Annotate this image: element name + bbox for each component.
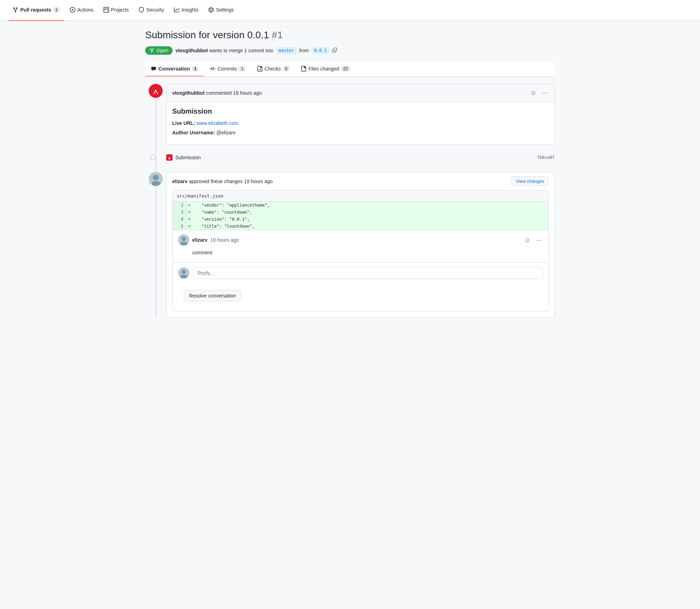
pull-requests-icon	[13, 7, 18, 13]
vtex-avatar	[149, 84, 163, 98]
tab-files-changed-label: Files changed	[308, 66, 339, 72]
tabs-bar: Conversation 1 Commits 1 Checks 0 Files …	[145, 62, 555, 77]
inline-commenter-name: elizarv 19 hours ago	[192, 237, 239, 243]
inline-comment-text: comment	[178, 248, 543, 258]
inline-comment-header: elizarv 19 hours ago ☺ ···	[178, 234, 543, 246]
live-url-link[interactable]: www.elizabeth.com	[196, 120, 238, 126]
svg-point-9	[182, 237, 186, 241]
comment-header: vtexgithubbot commented 19 hours ago ☺ ·…	[167, 84, 554, 102]
pr-number: #1	[272, 29, 283, 40]
checks-icon	[257, 66, 262, 72]
open-icon	[149, 48, 154, 53]
commit-row: Submission fb8ce0f	[166, 150, 555, 165]
security-label: Security	[146, 7, 164, 13]
first-comment: vtexgithubbot commented 19 hours ago ☺ ·…	[166, 84, 555, 145]
copy-branch-icon[interactable]	[332, 48, 337, 54]
comment-header-info: vtexgithubbot commented 19 hours ago	[172, 90, 262, 96]
vtex-small-logo	[167, 156, 171, 159]
nav-security[interactable]: Security	[134, 0, 168, 21]
approver-name: elizarv	[172, 179, 188, 184]
more-options-button[interactable]: ···	[541, 88, 549, 98]
timeline: vtexgithubbot commented 19 hours ago ☺ ·…	[145, 84, 555, 317]
reply-input[interactable]	[193, 267, 543, 279]
pr-meta-author: vtexgithubbot wants to merge 1 commit in…	[175, 48, 273, 53]
emoji-button[interactable]: ☺	[529, 88, 538, 98]
resolve-conversation-button[interactable]: Resolve conversation	[184, 290, 241, 301]
top-nav: Pull requests 1 Actions Projects Securit…	[0, 0, 700, 21]
insights-label: Insights	[182, 7, 198, 13]
nav-actions[interactable]: Actions	[66, 0, 98, 21]
open-badge: Open	[145, 46, 173, 55]
inline-user-avatar	[178, 234, 189, 246]
line-num-5: 5	[173, 223, 187, 230]
projects-icon	[103, 7, 109, 13]
nav-pull-requests[interactable]: Pull requests 1	[8, 0, 64, 21]
pr-title: Submission for version 0.0.1 #1	[145, 29, 555, 41]
line-num-2: 2	[173, 202, 187, 209]
tab-conversation[interactable]: Conversation 1	[145, 62, 204, 76]
code-line-2: 2 + "vendor": "appliancetheme",	[173, 202, 548, 209]
security-icon	[139, 7, 144, 13]
timeline-line	[156, 84, 156, 317]
line-content-3: "name": "countdown",	[194, 209, 255, 216]
comment-timestamp: commented 19 hours ago	[206, 90, 262, 96]
approval-timestamp: 19 hours ago	[244, 179, 273, 184]
approver-avatar: ✓	[149, 172, 163, 186]
commit-left: Submission	[166, 154, 201, 161]
pull-requests-badge: 1	[53, 7, 60, 13]
code-line-4: 4 + "version": "0.0.1",	[173, 216, 548, 223]
tab-checks[interactable]: Checks 0	[251, 62, 295, 76]
approval-content: elizarv approved these changes 19 hours …	[166, 172, 555, 317]
nav-settings[interactable]: Settings	[204, 0, 238, 21]
inline-comment: elizarv 19 hours ago ☺ ··· comment	[173, 230, 548, 262]
plus-3: +	[187, 209, 194, 216]
projects-label: Projects	[111, 7, 129, 13]
code-line-3: 3 + "name": "countdown",	[173, 209, 548, 216]
reply-box	[173, 262, 548, 283]
plus-5: +	[187, 223, 194, 230]
comment-live-url: Live URL: www.elizabeth.com	[172, 120, 549, 127]
diff-file-header: src/manifest.json	[173, 190, 548, 202]
main-content: Submission for version 0.0.1 #1 Open vte…	[140, 21, 560, 332]
plus-4: +	[187, 216, 194, 223]
inline-emoji-button[interactable]: ☺	[523, 235, 532, 245]
commit-label: Submission	[175, 155, 201, 160]
inline-comment-time: 19 hours ago	[210, 237, 239, 243]
code-lines: 2 + "vendor": "appliancetheme", 3 + "nam…	[173, 202, 548, 230]
tab-checks-count: 0	[283, 66, 290, 72]
approval-text: elizarv approved these changes 19 hours …	[172, 179, 272, 184]
pr-meta-from: from	[299, 48, 309, 53]
line-content-2: "vendor": "appliancetheme",	[194, 202, 273, 209]
tab-files-changed[interactable]: Files changed 22	[295, 62, 356, 76]
tab-commits[interactable]: Commits 1	[204, 62, 251, 76]
actions-label: Actions	[78, 7, 94, 13]
nav-projects[interactable]: Projects	[99, 0, 133, 21]
inline-comment-left: elizarv 19 hours ago	[178, 234, 239, 246]
insights-icon	[174, 7, 180, 13]
commit-hash[interactable]: fb8ce0f	[537, 155, 555, 160]
comment-author: vtexgithubbot	[172, 90, 205, 96]
nav-insights[interactable]: Insights	[170, 0, 203, 21]
pr-meta: Open vtexgithubbot wants to merge 1 comm…	[145, 46, 555, 55]
approval-block: ✓ elizarv approved these changes 19 hour…	[166, 172, 555, 317]
line-num-3: 3	[173, 209, 187, 216]
code-line-5: 5 + "title": "Countdown",	[173, 223, 548, 230]
approval-action: approved these changes	[189, 179, 244, 184]
conversation-icon	[151, 66, 156, 72]
tab-conversation-count: 1	[192, 66, 198, 72]
commit-dot	[150, 155, 156, 160]
actions-icon	[70, 7, 75, 13]
svg-point-6	[153, 175, 159, 180]
view-changes-button[interactable]: View changes	[511, 176, 549, 186]
resolve-area: Resolve conversation	[173, 283, 548, 311]
approval-header: elizarv approved these changes 19 hours …	[167, 172, 554, 190]
comment-box: vtexgithubbot commented 19 hours ago ☺ ·…	[166, 84, 555, 145]
tab-commits-label: Commits	[217, 66, 237, 72]
comment-title: Submission	[172, 107, 549, 115]
inline-more-button[interactable]: ···	[535, 235, 543, 245]
reply-avatar	[178, 267, 189, 279]
comment-header-actions: ☺ ···	[529, 88, 549, 98]
tab-commits-count: 1	[239, 66, 245, 72]
line-num-4: 4	[173, 216, 187, 223]
comment-author-username: Author Username: @elizarv	[172, 129, 549, 136]
